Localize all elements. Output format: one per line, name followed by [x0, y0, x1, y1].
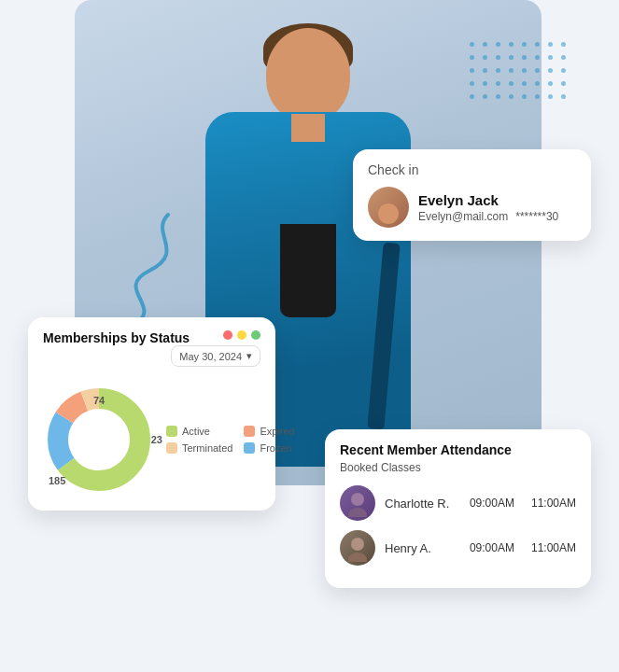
dot-point — [470, 94, 474, 99]
dot-point — [496, 42, 500, 47]
checkin-title: Check in — [368, 162, 576, 177]
donut-chart: 74 23 185 — [43, 384, 155, 496]
checkin-avatar-head — [378, 203, 399, 224]
dot-point — [561, 42, 566, 47]
dot-point — [483, 94, 487, 99]
dot-point — [522, 42, 527, 47]
checkin-user-info: Evelyn Jack Evelyn@mail.com *******30 — [418, 192, 576, 223]
attendance-row-1: Henry A. 09:00AM 11:00AM — [340, 530, 576, 566]
dot-point — [548, 81, 553, 86]
dot-point — [561, 55, 566, 60]
chevron-down-icon: ▾ — [246, 350, 252, 362]
attendance-avatar-charlotte — [340, 485, 375, 521]
legend-color-expired — [244, 426, 255, 437]
attendance-time2-1: 11:00AM — [531, 541, 576, 554]
svg-point-5 — [351, 493, 364, 506]
attendance-card: Recent Member Attendance Booked Classes … — [325, 429, 591, 588]
checkin-email: Evelyn@mail.com — [418, 210, 508, 223]
attendance-time2-0: 11:00AM — [531, 497, 576, 510]
legend-item-frozen: Frozen — [244, 442, 294, 454]
dot-point — [548, 94, 553, 99]
legend-item-expired: Expired — [244, 426, 294, 437]
checkin-code: *******30 — [515, 210, 558, 223]
dot-point — [509, 81, 513, 86]
dot-point — [509, 94, 513, 99]
dot-point — [470, 55, 474, 60]
dot-point — [470, 68, 474, 73]
status-dot-green — [251, 330, 260, 340]
membership-title: Memberships by Status — [43, 330, 190, 345]
dot-point — [561, 94, 566, 99]
dot-point — [483, 55, 487, 60]
dot-point — [548, 55, 553, 60]
dot-point — [535, 94, 540, 99]
legend-color-frozen — [244, 442, 255, 454]
checkin-email-row: Evelyn@mail.com *******30 — [418, 210, 576, 223]
checkin-user-row: Evelyn Jack Evelyn@mail.com *******30 — [368, 187, 576, 228]
attendance-time1-1: 09:00AM — [470, 541, 514, 554]
legend-item-active: Active — [166, 426, 232, 437]
dot-point — [561, 68, 566, 73]
legend-color-active — [166, 426, 177, 437]
svg-point-7 — [351, 538, 364, 551]
dot-point — [496, 94, 500, 99]
checkin-name: Evelyn Jack — [418, 192, 576, 208]
attendance-time1-0: 09:00AM — [470, 497, 514, 510]
dot-point — [548, 68, 553, 73]
dot-point — [483, 42, 487, 47]
legend-label-active: Active — [182, 426, 210, 437]
squiggle-decoration — [93, 205, 205, 336]
dot-point — [483, 68, 487, 73]
dot-point — [496, 68, 500, 73]
person-head — [266, 28, 350, 121]
dot-point — [509, 55, 513, 60]
donut-label-expired: 23 — [151, 434, 162, 445]
membership-content: 74 23 185 Active Expired Terminated Froz… — [43, 384, 260, 496]
donut-label-active: 185 — [49, 475, 65, 486]
person-shirt — [280, 224, 336, 317]
dot-grid-decoration — [470, 42, 582, 117]
attendance-avatar-henry — [340, 530, 375, 566]
donut-label-frozen: 74 — [93, 395, 105, 406]
svg-point-4 — [73, 413, 125, 466]
legend-item-terminated: Terminated — [166, 442, 232, 454]
svg-point-6 — [348, 508, 367, 517]
checkin-avatar — [368, 187, 409, 228]
dot-point — [509, 68, 513, 73]
dot-point — [522, 68, 527, 73]
dot-point — [470, 42, 474, 47]
membership-top-row: Memberships by Status — [43, 330, 260, 345]
date-selector-wrapper: May 30, 2024 ▾ — [43, 345, 260, 376]
svg-point-8 — [348, 553, 367, 562]
avatar-svg-henry — [344, 534, 372, 562]
date-label: May 30, 2024 — [179, 351, 242, 362]
attendance-row-0: Charlotte R. 09:00AM 11:00AM — [340, 485, 576, 521]
status-dots — [223, 330, 260, 340]
dot-point — [509, 42, 513, 47]
membership-legend: Active Expired Terminated Frozen — [166, 426, 295, 454]
attendance-name-0: Charlotte R. — [385, 497, 460, 511]
legend-label-frozen: Frozen — [260, 442, 291, 454]
dot-point — [522, 81, 527, 86]
dot-point — [535, 68, 540, 73]
dot-point — [561, 81, 566, 86]
dot-point — [535, 55, 540, 60]
legend-label-expired: Expired — [260, 426, 294, 437]
dot-point — [535, 42, 540, 47]
attendance-subtitle: Booked Classes — [340, 461, 576, 474]
dot-point — [522, 94, 527, 99]
membership-card: Memberships by Status May 30, 2024 ▾ — [28, 317, 275, 511]
legend-color-terminated — [166, 442, 177, 454]
dot-point — [470, 81, 474, 86]
dot-point — [548, 42, 553, 47]
dot-point — [535, 81, 540, 86]
dot-point — [496, 81, 500, 86]
attendance-title: Recent Member Attendance — [340, 442, 576, 457]
status-dot-yellow — [237, 330, 246, 340]
date-selector[interactable]: May 30, 2024 ▾ — [171, 345, 260, 367]
bag-strap — [367, 243, 400, 430]
avatar-svg-charlotte — [344, 489, 372, 517]
dot-point — [496, 55, 500, 60]
dot-grid-inner — [470, 42, 582, 104]
checkin-card: Check in Evelyn Jack Evelyn@mail.com ***… — [353, 149, 591, 241]
